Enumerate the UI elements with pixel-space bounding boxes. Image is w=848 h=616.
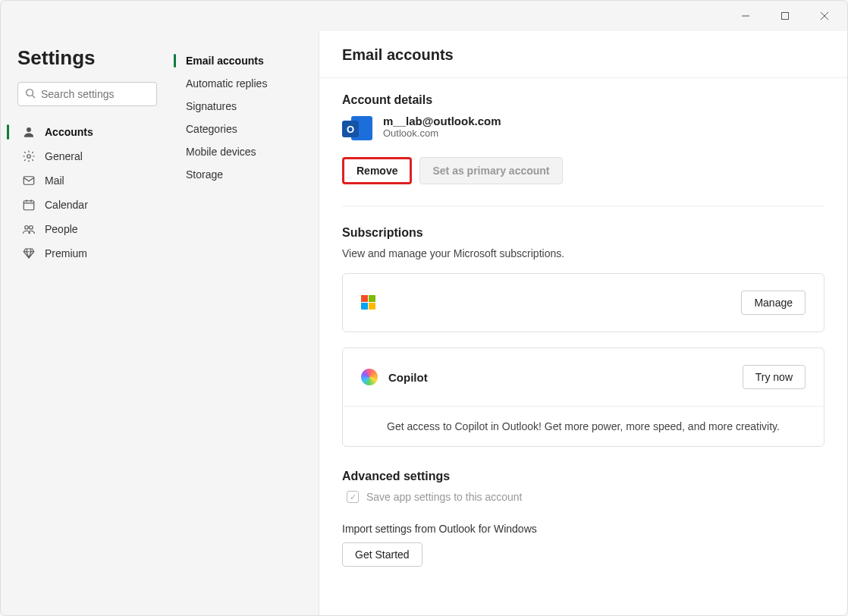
- page-title: Email accounts: [342, 46, 824, 64]
- account-email: m__lab@outlook.com: [383, 115, 501, 127]
- nav-label: General: [45, 150, 83, 162]
- svg-point-6: [27, 127, 31, 132]
- subnav-storage[interactable]: Storage: [178, 163, 311, 186]
- accounts-subsidebar: Email accounts Automatic replies Signatu…: [168, 31, 319, 615]
- copilot-desc: Get access to Copilot in Outlook! Get mo…: [343, 406, 824, 446]
- minimize-button[interactable]: [729, 5, 762, 27]
- content-panel: Email accounts Account details O m__lab@…: [319, 31, 847, 615]
- save-settings-checkbox[interactable]: ✓: [347, 491, 359, 503]
- outlook-icon: O: [342, 115, 372, 143]
- search-input[interactable]: [17, 82, 157, 106]
- subnav-categories[interactable]: Categories: [178, 118, 311, 140]
- people-icon: [22, 222, 36, 236]
- nav-general[interactable]: General: [14, 144, 160, 168]
- mail-icon: [22, 174, 36, 187]
- calendar-icon: [22, 198, 36, 212]
- settings-title: Settings: [14, 46, 160, 70]
- person-icon: [22, 125, 36, 139]
- account-details-title: Account details: [342, 93, 824, 107]
- set-primary-button: Set as primary account: [419, 157, 562, 184]
- svg-point-4: [27, 90, 33, 96]
- gear-icon: [22, 149, 36, 163]
- remove-button[interactable]: Remove: [342, 157, 412, 184]
- manage-button[interactable]: Manage: [741, 291, 806, 315]
- window-titlebar: [1, 1, 847, 31]
- nav-label: Accounts: [45, 126, 93, 138]
- microsoft-logo-icon: [361, 295, 376, 310]
- content-scroll[interactable]: Account details O m__lab@outlook.com Out…: [319, 78, 847, 615]
- try-now-button[interactable]: Try now: [743, 365, 806, 389]
- nav-label: Mail: [45, 174, 64, 187]
- subscriptions-desc: View and manage your Microsoft subscript…: [342, 247, 824, 259]
- nav-mail[interactable]: Mail: [14, 168, 160, 193]
- subnav-signatures[interactable]: Signatures: [178, 95, 311, 118]
- nav-label: Premium: [45, 247, 87, 259]
- save-settings-label: Save app settings to this account: [366, 491, 522, 503]
- account-provider: Outlook.com: [383, 127, 501, 139]
- diamond-icon: [22, 247, 36, 260]
- subscriptions-title: Subscriptions: [342, 226, 824, 240]
- get-started-button[interactable]: Get Started: [342, 542, 422, 567]
- copilot-title: Copilot: [388, 371, 428, 384]
- nav-label: Calendar: [45, 199, 88, 211]
- import-title: Import settings from Outlook for Windows: [342, 523, 824, 535]
- svg-rect-9: [24, 201, 34, 210]
- nav-calendar[interactable]: Calendar: [14, 193, 160, 217]
- nav-premium[interactable]: Premium: [14, 241, 160, 266]
- copilot-icon: [361, 369, 378, 385]
- svg-point-14: [30, 226, 33, 230]
- maximize-button[interactable]: [768, 5, 802, 27]
- svg-rect-8: [24, 177, 34, 185]
- svg-line-5: [33, 96, 36, 99]
- nav-accounts[interactable]: Accounts: [14, 120, 160, 144]
- svg-point-13: [25, 226, 29, 230]
- nav-people[interactable]: People: [14, 217, 160, 241]
- subnav-email-accounts[interactable]: Email accounts: [178, 49, 311, 72]
- search-icon: [25, 88, 36, 102]
- microsoft-subscription-card: Manage: [342, 273, 824, 332]
- close-button[interactable]: [808, 5, 841, 27]
- advanced-title: Advanced settings: [342, 470, 824, 483]
- svg-rect-1: [782, 13, 789, 20]
- nav-label: People: [45, 223, 78, 235]
- subnav-mobile-devices[interactable]: Mobile devices: [178, 140, 311, 163]
- settings-sidebar: Settings Accounts General Mail Calendar: [1, 31, 168, 615]
- copilot-card: Copilot Try now Get access to Copilot in…: [342, 347, 824, 447]
- subnav-automatic-replies[interactable]: Automatic replies: [178, 72, 311, 95]
- svg-point-7: [27, 155, 31, 159]
